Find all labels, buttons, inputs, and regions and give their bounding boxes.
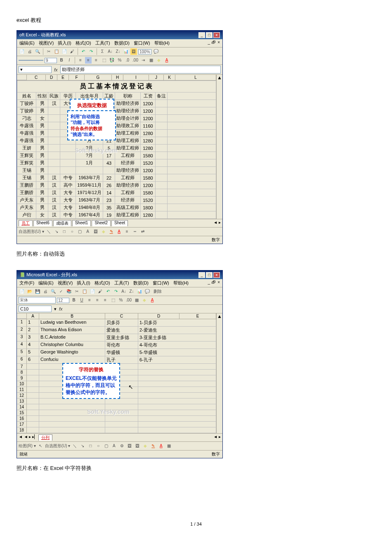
- new-icon[interactable]: 📄: [19, 48, 25, 55]
- col-j[interactable]: J: [149, 75, 164, 80]
- format-painter-icon[interactable]: 🖌: [69, 48, 76, 55]
- cell[interactable]: 6: [27, 356, 39, 364]
- cell[interactable]: 经济师: [115, 159, 141, 167]
- menu-format[interactable]: 格式(O): [94, 280, 110, 286]
- col-k[interactable]: K: [164, 75, 175, 80]
- cell[interactable]: [60, 159, 76, 167]
- sort-asc-icon[interactable]: A↓: [107, 48, 113, 55]
- print-icon[interactable]: 🖨: [42, 288, 49, 295]
- cell[interactable]: [76, 167, 103, 174]
- cell[interactable]: 男: [36, 122, 48, 130]
- cell[interactable]: 男: [36, 167, 48, 174]
- vscroll-1[interactable]: ▲: [216, 75, 222, 219]
- cell[interactable]: 4-哥伦布: [138, 342, 216, 349]
- cell[interactable]: 爱迪生: [105, 327, 138, 334]
- cell[interactable]: 1959年11月: [76, 182, 103, 189]
- cell[interactable]: [48, 130, 60, 137]
- cell[interactable]: 男: [36, 174, 48, 182]
- dash-icon[interactable]: ┅: [132, 228, 138, 235]
- cell[interactable]: [156, 197, 168, 204]
- font-color-icon[interactable]: A: [149, 297, 156, 304]
- menu-view[interactable]: 视图(V): [58, 280, 73, 286]
- row-header[interactable]: 6: [17, 356, 27, 364]
- paste-icon[interactable]: 📄: [89, 288, 96, 295]
- fill-shape-icon[interactable]: ◆: [100, 228, 107, 235]
- cell[interactable]: 王锡: [17, 174, 36, 182]
- cell[interactable]: 哥伦布: [105, 342, 138, 349]
- cell[interactable]: 3-亚里士多德: [138, 334, 216, 342]
- cell[interactable]: 卢衍: [17, 211, 36, 219]
- cell[interactable]: 1160: [141, 122, 156, 130]
- cell[interactable]: 1580: [141, 152, 156, 159]
- cell[interactable]: [27, 387, 39, 393]
- row-header[interactable]: 14: [17, 404, 27, 410]
- cell[interactable]: 中专: [60, 211, 76, 219]
- draw-menu[interactable]: 绘图(R) ▾: [19, 443, 36, 449]
- col-b[interactable]: B: [39, 313, 105, 319]
- cell[interactable]: 1200: [141, 115, 156, 122]
- cell[interactable]: [156, 130, 168, 137]
- hscroll-1[interactable]: ◄ ▸: [213, 220, 221, 226]
- arrow-icon[interactable]: ↘: [79, 443, 86, 449]
- cell[interactable]: [60, 152, 76, 159]
- cell[interactable]: [156, 100, 168, 107]
- cell[interactable]: 王锡: [17, 167, 36, 174]
- cell[interactable]: 汉: [48, 204, 60, 211]
- cell[interactable]: [156, 152, 168, 159]
- cell[interactable]: 1月: [76, 159, 103, 167]
- font-combo[interactable]: 宋体: [19, 297, 56, 304]
- close-button[interactable]: ×: [213, 32, 220, 38]
- row-header[interactable]: 16: [17, 416, 27, 422]
- paste-icon[interactable]: 📄: [61, 48, 68, 55]
- cell[interactable]: 1280: [141, 130, 156, 137]
- menu-help[interactable]: 帮助(H): [173, 280, 189, 286]
- formula-input-1[interactable]: 助理经济师: [60, 66, 221, 74]
- cell[interactable]: [48, 107, 60, 115]
- row-header[interactable]: 7: [17, 364, 27, 370]
- save-icon[interactable]: 💾: [34, 288, 41, 295]
- cell[interactable]: 6-孔子: [138, 356, 216, 364]
- close-button[interactable]: ×: [213, 272, 220, 278]
- cell[interactable]: [27, 375, 39, 381]
- col-a[interactable]: A: [27, 313, 39, 319]
- cell[interactable]: 男: [36, 137, 48, 145]
- cell[interactable]: [48, 152, 60, 159]
- row-header[interactable]: 5: [17, 349, 27, 356]
- cell[interactable]: 助理工程师: [115, 137, 141, 145]
- cell[interactable]: [168, 159, 216, 167]
- cell[interactable]: 助理会计师: [115, 115, 141, 122]
- font-combo[interactable]: [19, 60, 43, 61]
- cell[interactable]: 女: [36, 115, 48, 122]
- line-style-icon[interactable]: ≡: [124, 228, 130, 235]
- cell[interactable]: [138, 387, 216, 393]
- cell[interactable]: 牛露强: [17, 130, 36, 137]
- menu-edit[interactable]: 编辑(E): [19, 40, 35, 46]
- cell[interactable]: 汉: [48, 100, 60, 107]
- cell[interactable]: [39, 422, 105, 427]
- cell[interactable]: 4: [27, 342, 39, 349]
- cell[interactable]: 经济师: [115, 197, 141, 204]
- cell[interactable]: 大专: [60, 197, 76, 204]
- clip-icon[interactable]: 🖼: [92, 228, 99, 235]
- underline-icon[interactable]: U: [78, 297, 85, 304]
- cell[interactable]: [168, 174, 216, 182]
- cell[interactable]: [138, 370, 216, 375]
- col-c[interactable]: C: [27, 75, 46, 80]
- preview-icon[interactable]: 🔍: [34, 48, 41, 55]
- cell[interactable]: [156, 167, 168, 174]
- cell[interactable]: [27, 422, 39, 427]
- cell[interactable]: [105, 422, 138, 427]
- cell[interactable]: 男: [36, 107, 48, 115]
- cell[interactable]: 助理政工师: [115, 122, 141, 130]
- cell[interactable]: 高中: [60, 182, 76, 189]
- border-icon[interactable]: ▦: [148, 57, 154, 64]
- col-e[interactable]: E: [179, 313, 216, 319]
- line-icon[interactable]: ＼: [45, 228, 52, 235]
- cell[interactable]: 亚里士多德: [105, 334, 138, 342]
- cell[interactable]: 1200: [141, 107, 156, 115]
- cell[interactable]: 23: [103, 197, 115, 204]
- dec-inc-icon[interactable]: .0: [124, 57, 131, 64]
- cell[interactable]: 牛露强: [17, 137, 36, 145]
- maximize-button[interactable]: □: [206, 272, 213, 278]
- line-color-icon[interactable]: ✎: [150, 443, 156, 449]
